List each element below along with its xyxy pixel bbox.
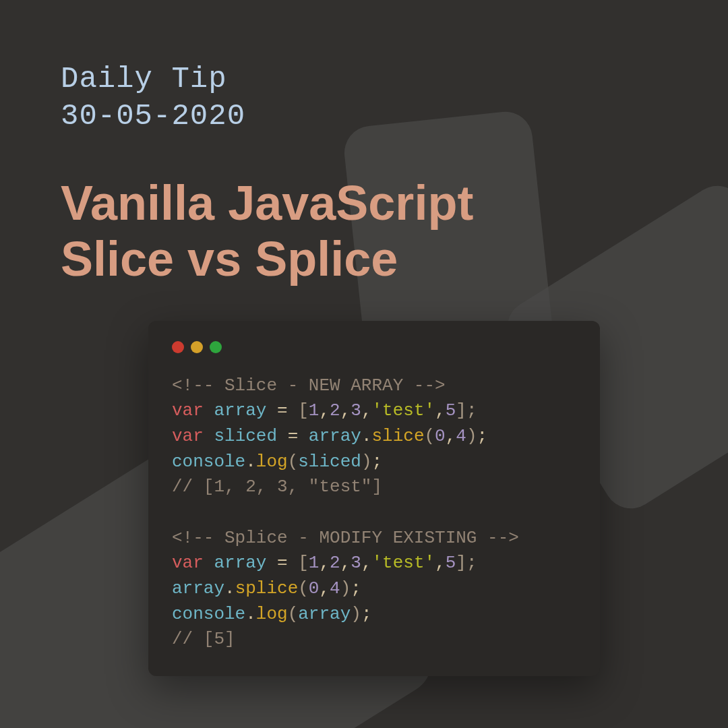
code-block: <!-- Slice - NEW ARRAY --> var array = [… — [172, 373, 576, 653]
code-window: <!-- Slice - NEW ARRAY --> var array = [… — [148, 321, 600, 677]
close-icon — [172, 341, 184, 353]
var-keyword: var — [172, 400, 204, 421]
console: console — [172, 452, 245, 472]
var-keyword: var — [172, 553, 204, 573]
daily-tip-label: Daily Tip 30-05-2020 — [61, 61, 674, 135]
log-fn: log — [256, 604, 288, 624]
title-line-2: Slice vs Splice — [61, 231, 674, 287]
label-date: 30-05-2020 — [61, 98, 674, 135]
maximize-icon — [210, 341, 222, 353]
var-keyword: var — [172, 426, 204, 446]
log-fn: log — [256, 452, 288, 472]
slice-result: // [1, 2, 3, "test"] — [172, 477, 382, 497]
array-var: array — [214, 400, 266, 421]
slice-comment: <!-- Slice - NEW ARRAY --> — [172, 375, 446, 396]
content-area: Daily Tip 30-05-2020 Vanilla JavaScript … — [0, 0, 728, 676]
splice-comment: <!-- Splice - MODIFY EXISTING --> — [172, 528, 519, 548]
minimize-icon — [191, 341, 203, 353]
traffic-lights — [172, 341, 576, 353]
page-title: Vanilla JavaScript Slice vs Splice — [61, 175, 674, 287]
array-var: array — [214, 553, 266, 573]
title-line-1: Vanilla JavaScript — [61, 175, 674, 231]
sliced-var: sliced — [214, 426, 277, 446]
slice-fn: slice — [371, 426, 424, 446]
label-line-1: Daily Tip — [61, 61, 674, 98]
splice-result: // [5] — [172, 629, 235, 649]
splice-fn: splice — [235, 578, 299, 599]
console: console — [172, 604, 245, 624]
